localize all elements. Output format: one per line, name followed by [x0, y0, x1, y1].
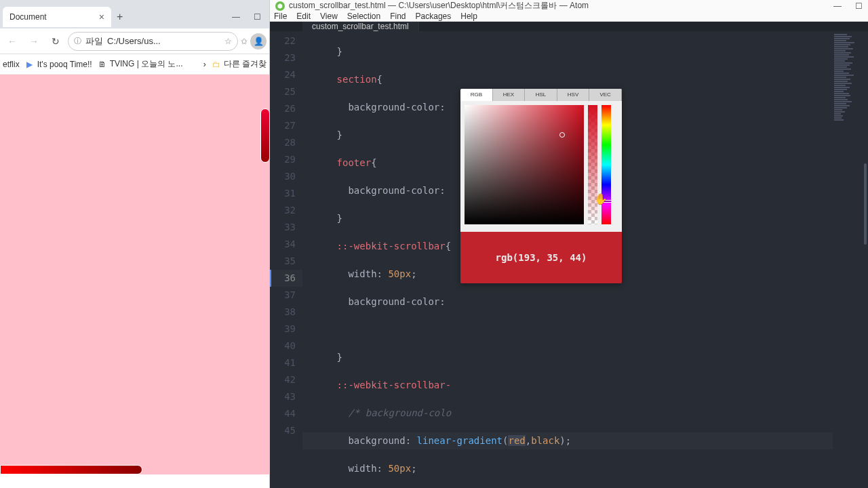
page-content: [0, 75, 269, 474]
tab-hsl[interactable]: HSL: [525, 89, 557, 101]
menu-edit[interactable]: Edit: [296, 12, 311, 21]
picker-body: [460, 101, 622, 232]
play-icon: ▶: [25, 60, 35, 69]
browser-window: Document × + — ☐ ← → ↻ ⓘ 파일 C:/Users/us.…: [0, 0, 270, 488]
forward-button[interactable]: →: [24, 32, 43, 51]
line-number[interactable]: 24: [270, 66, 302, 83]
maximize-icon[interactable]: ☐: [855, 1, 863, 11]
bookmark-folder[interactable]: 🗀다른 즐겨찾: [212, 58, 267, 70]
reload-button[interactable]: ↻: [46, 32, 65, 51]
window-controls: — ☐: [232, 12, 269, 22]
atom-logo-icon: ⬢: [275, 1, 285, 11]
line-number[interactable]: 40: [270, 338, 302, 354]
minimize-icon[interactable]: —: [833, 1, 842, 11]
line-number[interactable]: 36: [270, 270, 302, 287]
line-number[interactable]: 37: [270, 287, 302, 304]
star-icon[interactable]: ☆: [224, 37, 232, 46]
tab-hsv[interactable]: HSV: [557, 89, 590, 101]
maximize-icon[interactable]: ☐: [254, 12, 261, 22]
tab-title: Document: [9, 12, 47, 22]
line-number[interactable]: 26: [270, 100, 302, 117]
line-number[interactable]: 45: [270, 422, 302, 439]
line-number[interactable]: 34: [270, 236, 302, 253]
close-icon[interactable]: ×: [99, 12, 104, 22]
url-scheme: 파일: [85, 35, 103, 47]
line-number[interactable]: 27: [270, 117, 302, 134]
address-bar: ← → ↻ ⓘ 파일 C:/Users/us... ☆ ✩ 👤: [0, 28, 269, 54]
line-number[interactable]: 41: [270, 354, 302, 371]
bookmark-overflow[interactable]: ›: [203, 60, 206, 69]
line-number[interactable]: 33: [270, 219, 302, 236]
page-icon: 🗎: [98, 60, 107, 69]
window-controls: — ☐: [833, 1, 863, 11]
menu-find[interactable]: Find: [390, 12, 406, 21]
folder-icon: 🗀: [212, 60, 221, 69]
browser-tab[interactable]: Document ×: [3, 7, 111, 27]
info-icon[interactable]: ⓘ: [74, 36, 81, 46]
picker-format-tabs: RGB HEX HSL HSV VEC: [460, 89, 622, 101]
editor-tabs: custom_scrollbar_test.html: [270, 22, 868, 31]
browser-tab-strip: Document × + — ☐: [0, 5, 269, 28]
line-number[interactable]: 31: [270, 185, 302, 202]
menu-packages[interactable]: Packages: [416, 12, 452, 21]
saturation-value-canvas[interactable]: [465, 105, 584, 224]
menu-view[interactable]: View: [320, 12, 338, 21]
menu-selection[interactable]: Selection: [347, 12, 380, 21]
chevron-right-icon: ›: [203, 60, 206, 69]
window-title: custom_scrollbar_test.html — C:\Users\us…: [289, 0, 589, 12]
minimap-scrollbar[interactable]: [864, 163, 867, 245]
url-path: C:/Users/us...: [107, 36, 161, 46]
minimize-icon[interactable]: —: [232, 12, 240, 22]
line-number[interactable]: 22: [270, 33, 302, 49]
custom-scrollbar-thumb[interactable]: [0, 465, 142, 474]
picker-result[interactable]: rgb(193, 35, 44): [460, 232, 622, 283]
tab-hex[interactable]: HEX: [493, 89, 526, 101]
menu-help[interactable]: Help: [460, 12, 477, 21]
menu-bar: File Edit View Selection Find Packages H…: [270, 12, 868, 22]
url-input[interactable]: ⓘ 파일 C:/Users/us... ☆: [68, 32, 238, 51]
gutter: 22 23 24 25 26 27 28 29 30 31 32 33 34 3…: [270, 31, 302, 488]
minimap[interactable]: [833, 31, 868, 488]
line-number[interactable]: 23: [270, 49, 302, 66]
custom-scrollbar-vertical[interactable]: [260, 108, 270, 163]
line-number[interactable]: 25: [270, 83, 302, 100]
menu-file[interactable]: File: [274, 12, 287, 21]
line-number[interactable]: 29: [270, 151, 302, 168]
line-number[interactable]: 43: [270, 388, 302, 405]
bookmark-item[interactable]: 🗎TVING | 오늘의 노...: [98, 58, 183, 70]
bookmark-item[interactable]: etflix: [3, 60, 20, 69]
back-button[interactable]: ←: [3, 32, 22, 51]
sv-cursor[interactable]: [559, 132, 565, 138]
line-number[interactable]: 32: [270, 202, 302, 219]
line-number[interactable]: 42: [270, 371, 302, 388]
line-number[interactable]: 39: [270, 321, 302, 338]
line-number[interactable]: 38: [270, 304, 302, 321]
line-number[interactable]: 28: [270, 134, 302, 151]
color-picker: RGB HEX HSL HSV VEC rgb(193, 35, 44): [460, 89, 622, 283]
bookmark-item[interactable]: ▶It's pooq Time!!: [25, 60, 92, 69]
editor-tab[interactable]: custom_scrollbar_test.html: [302, 22, 419, 31]
hue-slider[interactable]: [601, 105, 611, 224]
mouse-cursor-icon: ✋: [594, 192, 608, 206]
browser-titlebar: [0, 0, 269, 5]
avatar[interactable]: 👤: [250, 33, 267, 49]
new-tab-button[interactable]: +: [111, 11, 128, 23]
line-number[interactable]: 44: [270, 405, 302, 422]
tab-rgb[interactable]: RGB: [460, 89, 493, 101]
reading-list-icon[interactable]: ✩: [241, 37, 248, 46]
alpha-slider[interactable]: [588, 105, 597, 224]
tab-vec[interactable]: VEC: [589, 89, 622, 101]
bookmarks-bar: etflix ▶It's pooq Time!! 🗎TVING | 오늘의 노.…: [0, 54, 269, 75]
atom-titlebar: ⬢ custom_scrollbar_test.html — C:\Users\…: [270, 0, 868, 12]
line-number[interactable]: 30: [270, 168, 302, 185]
line-number[interactable]: 35: [270, 253, 302, 270]
